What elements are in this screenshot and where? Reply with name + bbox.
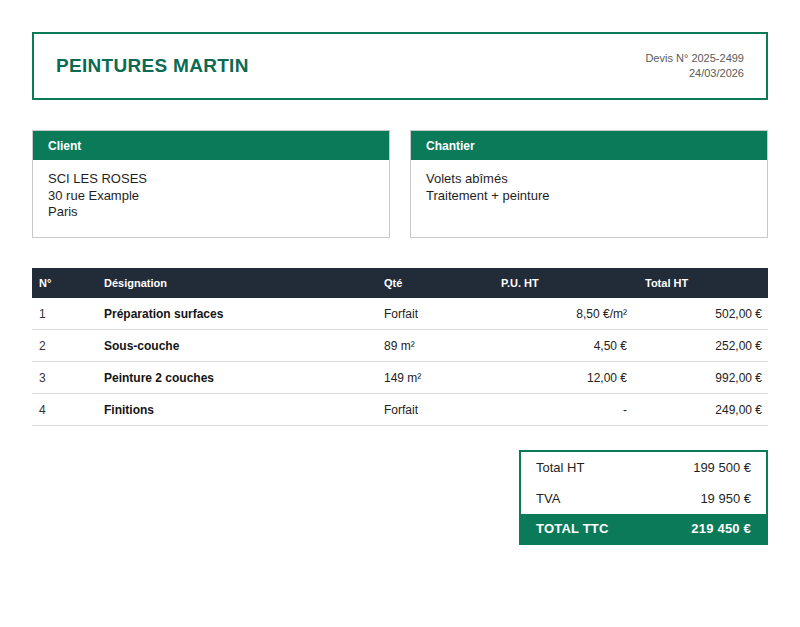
tva-row: TVA 19 950 € — [521, 483, 766, 514]
chantier-line: Traitement + peinture — [426, 188, 752, 205]
col-header-qty: Qté — [377, 277, 477, 289]
total-ht-value: 199 500 € — [693, 460, 751, 475]
company-name: PEINTURES MARTIN — [56, 55, 249, 77]
client-box-title: Client — [33, 131, 389, 160]
cell-total-ht: 992,00 € — [627, 371, 768, 385]
col-header-designation: Désignation — [97, 277, 377, 289]
cell-designation: Finitions — [97, 403, 377, 417]
cell-total-ht: 249,00 € — [627, 403, 768, 417]
table-row: 4 Finitions Forfait - 249,00 € — [32, 394, 768, 426]
col-header-num: N° — [32, 277, 97, 289]
devis-date: 24/03/2026 — [645, 66, 744, 81]
total-ht-label: Total HT — [536, 460, 584, 475]
chantier-line: Volets abîmés — [426, 171, 752, 188]
cell-pu-ht: 4,50 € — [477, 339, 627, 353]
cell-designation: Peinture 2 couches — [97, 371, 377, 385]
cell-total-ht: 252,00 € — [627, 339, 768, 353]
totals-box: Total HT 199 500 € TVA 19 950 € TOTAL TT… — [519, 450, 768, 545]
total-ht-row: Total HT 199 500 € — [521, 452, 766, 483]
table-row: 2 Sous-couche 89 m² 4,50 € 252,00 € — [32, 330, 768, 362]
table-header-row: N° Désignation Qté P.U. HT Total HT — [32, 268, 768, 298]
cell-num: 1 — [32, 307, 97, 321]
items-table: N° Désignation Qté P.U. HT Total HT 1 Pr… — [32, 268, 768, 426]
devis-page: PEINTURES MARTIN Devis N° 2025-2499 24/0… — [0, 0, 800, 627]
col-header-pu-ht: P.U. HT — [477, 277, 627, 289]
client-box-body: SCI LES ROSES 30 rue Example Paris — [33, 160, 389, 237]
cell-num: 2 — [32, 339, 97, 353]
cell-pu-ht: - — [477, 403, 627, 417]
chantier-box-title: Chantier — [411, 131, 767, 160]
devis-number: Devis N° 2025-2499 — [645, 51, 744, 66]
client-line: 30 rue Example — [48, 188, 374, 205]
col-header-total-ht: Total HT — [627, 277, 768, 289]
cell-designation: Sous-couche — [97, 339, 377, 353]
client-line: Paris — [48, 204, 374, 221]
cell-qty: Forfait — [377, 307, 477, 321]
cell-designation: Préparation surfaces — [97, 307, 377, 321]
cell-num: 4 — [32, 403, 97, 417]
table-row: 3 Peinture 2 couches 149 m² 12,00 € 992,… — [32, 362, 768, 394]
header: PEINTURES MARTIN Devis N° 2025-2499 24/0… — [32, 32, 768, 100]
total-ttc-value: 219 450 € — [691, 521, 751, 536]
chantier-box-body: Volets abîmés Traitement + peinture — [411, 160, 767, 237]
cell-pu-ht: 8,50 €/m² — [477, 307, 627, 321]
info-row: Client SCI LES ROSES 30 rue Example Pari… — [32, 130, 768, 238]
tva-value: 19 950 € — [700, 491, 751, 506]
total-ttc-row: TOTAL TTC 219 450 € — [521, 514, 766, 543]
tva-label: TVA — [536, 491, 560, 506]
cell-qty: 149 m² — [377, 371, 477, 385]
devis-meta: Devis N° 2025-2499 24/03/2026 — [645, 51, 744, 81]
cell-qty: Forfait — [377, 403, 477, 417]
chantier-box: Chantier Volets abîmés Traitement + pein… — [410, 130, 768, 238]
cell-pu-ht: 12,00 € — [477, 371, 627, 385]
total-ttc-label: TOTAL TTC — [536, 521, 609, 536]
cell-qty: 89 m² — [377, 339, 477, 353]
client-box: Client SCI LES ROSES 30 rue Example Pari… — [32, 130, 390, 238]
cell-num: 3 — [32, 371, 97, 385]
cell-total-ht: 502,00 € — [627, 307, 768, 321]
table-row: 1 Préparation surfaces Forfait 8,50 €/m²… — [32, 298, 768, 330]
client-line: SCI LES ROSES — [48, 171, 374, 188]
